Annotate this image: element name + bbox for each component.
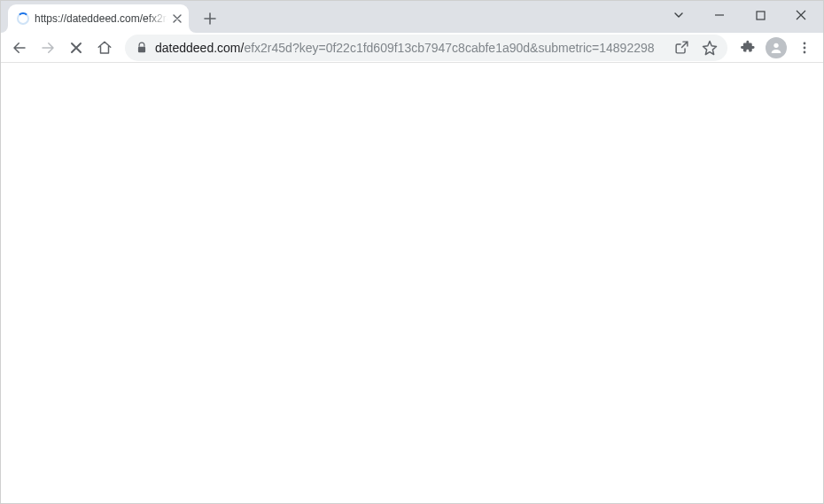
url-text: dateddeed.com/efx2r45d?key=0f22c1fd609f1… bbox=[155, 41, 662, 55]
close-window-button[interactable] bbox=[789, 4, 812, 27]
minimize-button[interactable] bbox=[708, 4, 731, 27]
profile-button[interactable] bbox=[763, 35, 789, 61]
svg-rect-1 bbox=[138, 46, 145, 51]
bookmark-button[interactable] bbox=[697, 35, 722, 60]
tab-search-button[interactable] bbox=[667, 4, 690, 27]
extensions-button[interactable] bbox=[735, 35, 761, 61]
svg-rect-0 bbox=[757, 12, 765, 19]
svg-point-3 bbox=[804, 42, 806, 44]
forward-button bbox=[35, 35, 61, 61]
avatar-icon bbox=[766, 37, 787, 58]
share-button[interactable] bbox=[669, 35, 694, 60]
url-path: efx2r45d?key=0f22c1fd609f13cb7947c8cabfe… bbox=[244, 41, 654, 55]
home-button[interactable] bbox=[91, 35, 118, 61]
back-button[interactable] bbox=[6, 35, 33, 61]
tab-title: https://dateddeed.com/efx2r45d?key=0f22c… bbox=[35, 12, 167, 25]
window-controls bbox=[660, 1, 820, 29]
page-content bbox=[1, 63, 823, 503]
menu-button[interactable] bbox=[791, 35, 818, 61]
toolbar: dateddeed.com/efx2r45d?key=0f22c1fd609f1… bbox=[1, 33, 823, 63]
lock-icon bbox=[136, 42, 148, 54]
maximize-button[interactable] bbox=[749, 4, 772, 27]
svg-point-5 bbox=[804, 50, 806, 53]
address-bar[interactable]: dateddeed.com/efx2r45d?key=0f22c1fd609f1… bbox=[125, 35, 727, 61]
title-bar: https://dateddeed.com/efx2r45d?key=0f22c… bbox=[1, 1, 823, 33]
url-host: dateddeed.com/ bbox=[155, 41, 244, 55]
new-tab-button[interactable] bbox=[198, 6, 222, 31]
svg-point-2 bbox=[773, 43, 778, 47]
browser-tab[interactable]: https://dateddeed.com/efx2r45d?key=0f22c… bbox=[8, 4, 189, 33]
tab-close-button[interactable] bbox=[173, 12, 182, 26]
loading-spinner-icon bbox=[17, 12, 29, 25]
svg-point-4 bbox=[804, 46, 806, 49]
stop-button[interactable] bbox=[63, 35, 89, 61]
